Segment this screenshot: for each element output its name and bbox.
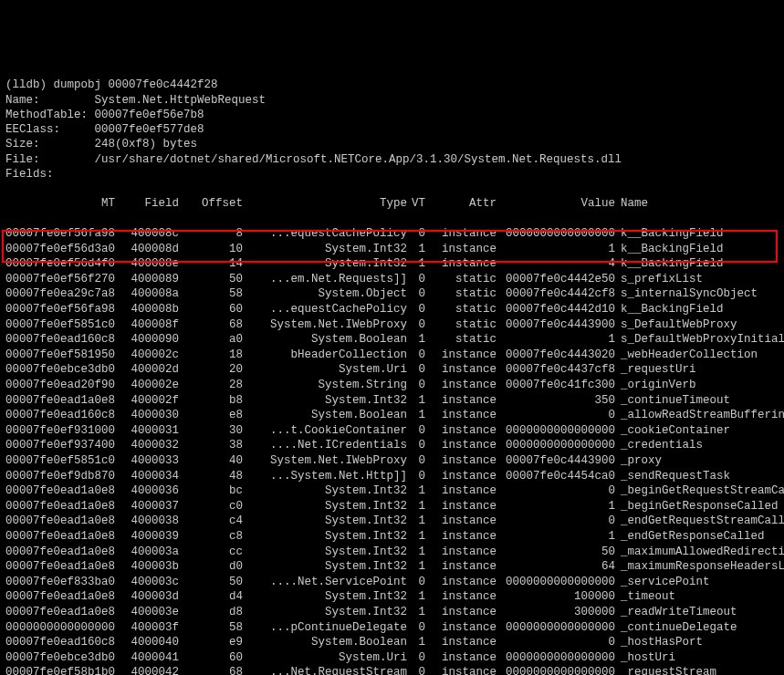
file-line: File: /usr/share/dotnet/shared/Microsoft… bbox=[5, 153, 622, 166]
field-row: 00007fe0ead1a0e8400002fb8System.Int321in… bbox=[5, 393, 779, 409]
field-row: 00007fe0ef56fa98400008c8...equestCachePo… bbox=[5, 226, 779, 242]
field-row: 00007fe0ebce3db0400004160System.Uri0inst… bbox=[5, 650, 779, 666]
field-row: 00007fe0ebce3db0400002d20System.Uri0inst… bbox=[5, 362, 779, 378]
field-row: 00007fe0ead1a0e8400003dd4System.Int321in… bbox=[5, 589, 779, 605]
field-row: 00007fe0ea29c7a8400008a58System.Object0 … bbox=[5, 286, 779, 302]
name-line: Name: System.Net.HttpWebRequest bbox=[5, 94, 266, 107]
field-row: 00007fe0ef581950400002c18bHeaderCollecti… bbox=[5, 348, 779, 363]
field-row: 00007fe0ef931000400003130...t.CookieCont… bbox=[5, 423, 779, 439]
field-row: 00007fe0ef5851c0400008f68System.Net.IWeb… bbox=[5, 317, 779, 333]
mt-line: MethodTable: 00007fe0ef56e7b8 bbox=[5, 109, 204, 121]
field-row: 00007fe0ead1a0e84000039c8System.Int321in… bbox=[5, 529, 779, 545]
field-row: 00007fe0ef937400400003238....Net.ICreden… bbox=[5, 438, 779, 453]
column-headers: MTFieldOffsetTypeVTAttrValueName bbox=[5, 196, 779, 212]
terminal-output: (lldb) dumpobj 00007fe0c4442f28 Name: Sy… bbox=[5, 63, 779, 182]
field-row: 00007fe0ef56fa98400008b60...equestCacheP… bbox=[5, 302, 779, 317]
eeclass-line: EEClass: 00007fe0ef577de8 bbox=[5, 123, 204, 136]
field-row: 00007fe0ead1a0e8400003ed8System.Int321in… bbox=[5, 605, 779, 620]
field-row: 00007fe0ead1a0e84000037c0System.Int321in… bbox=[5, 499, 779, 514]
field-row: 00007fe0ef9db870400003448...System.Net.H… bbox=[5, 469, 779, 484]
cmd-line: (lldb) dumpobj 00007fe0c4442f28 bbox=[5, 78, 218, 91]
field-row: 00007fe0ef56f270400008950...em.Net.Reque… bbox=[5, 272, 779, 287]
field-row: 00007fe0ead20f90400002e28System.String0i… bbox=[5, 378, 779, 393]
fields-line: Fields: bbox=[5, 168, 54, 181]
field-row: 00007fe0ead160c84000040e9System.Boolean1… bbox=[5, 635, 779, 650]
field-row: 00007fe0ef58b1b0400004268...Net.RequestS… bbox=[5, 665, 779, 675]
field-row: 00007fe0ead160c84000030e8System.Boolean1… bbox=[5, 408, 779, 423]
field-row: 00007fe0ef5851c0400003340System.Net.IWeb… bbox=[5, 453, 779, 469]
field-row: 00007fe0ead160c84000090a0System.Boolean1… bbox=[5, 332, 779, 348]
field-row: 00007fe0ef56d4f0400008e14System.Int321in… bbox=[5, 256, 779, 272]
field-row: 00007fe0ead1a0e8400003bd0System.Int321in… bbox=[5, 559, 779, 575]
field-row: 0000000000000000400003f58...pContinueDel… bbox=[5, 620, 779, 636]
field-row: 00007fe0ead1a0e84000036bcSystem.Int321in… bbox=[5, 483, 779, 499]
size-line: Size: 248(0xf8) bytes bbox=[5, 138, 197, 151]
field-row: 00007fe0ead1a0e84000038c4System.Int321in… bbox=[5, 514, 779, 529]
fields-table: 00007fe0ef56fa98400008c8...equestCachePo… bbox=[5, 226, 779, 675]
field-row: 00007fe0ef833ba0400003c50....Net.Service… bbox=[5, 575, 779, 590]
field-row: 00007fe0ef56d3a0400008d10System.Int321in… bbox=[5, 242, 779, 257]
field-row: 00007fe0ead1a0e8400003accSystem.Int321in… bbox=[5, 545, 779, 560]
